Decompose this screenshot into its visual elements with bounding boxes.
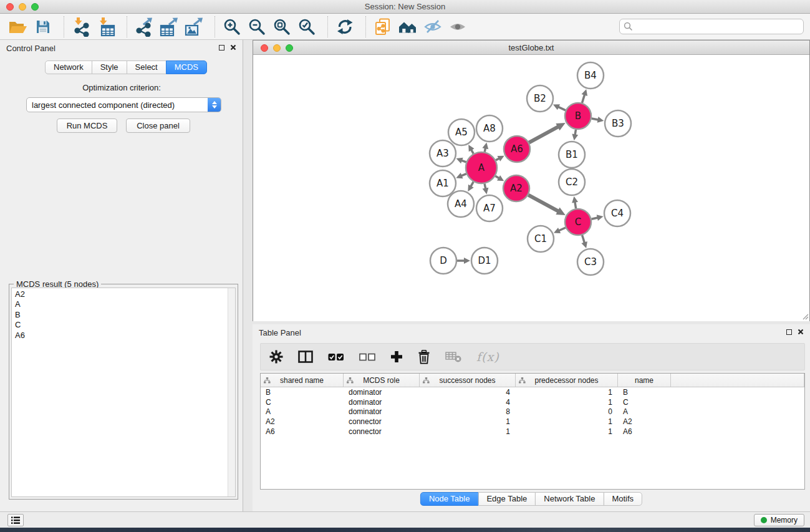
memory-button[interactable]: Memory: [754, 514, 804, 526]
node-A8[interactable]: A8: [476, 115, 503, 142]
network-canvas[interactable]: B4B2BB3A8A5A6A3B1AC2A1A2A4A7C4CC1DD1C3: [253, 56, 809, 321]
node-A3[interactable]: A3: [430, 140, 456, 167]
close-window-button[interactable]: [6, 3, 14, 11]
float-table-panel-icon[interactable]: [786, 329, 792, 335]
show-network-overview-button[interactable]: [397, 16, 418, 37]
edge-A-A3[interactable]: [456, 158, 466, 163]
table-row[interactable]: Cdominator41C: [261, 397, 804, 407]
tab-node-table[interactable]: Node Table: [420, 492, 479, 506]
export-network-button[interactable]: [133, 16, 155, 37]
edge-C-C1[interactable]: [554, 228, 566, 233]
edge-C-C2[interactable]: [572, 196, 578, 209]
search-input[interactable]: [619, 19, 804, 34]
optimization-criterion-select[interactable]: largest connected component (directed): [26, 97, 221, 112]
hide-selected-button[interactable]: [422, 16, 443, 37]
node-B[interactable]: B: [565, 103, 591, 129]
edge-C-C3[interactable]: [581, 235, 587, 248]
table-settings-button[interactable]: [269, 350, 283, 364]
node-A2[interactable]: A2: [503, 175, 529, 201]
delete-columns-button[interactable]: [418, 350, 430, 364]
column-header-successor-nodes[interactable]: successor nodes: [420, 374, 516, 387]
delete-table-button[interactable]: [445, 351, 461, 362]
edge-B-B3[interactable]: [592, 117, 604, 123]
node-D[interactable]: D: [430, 248, 456, 274]
close-network-window-button[interactable]: [261, 44, 268, 52]
edge-D-D1[interactable]: [457, 258, 470, 264]
edge-A-A7[interactable]: [483, 183, 489, 194]
show-all-button[interactable]: [447, 16, 468, 37]
mcds-result-item[interactable]: A: [15, 299, 235, 309]
node-A7[interactable]: A7: [476, 195, 503, 221]
node-C1[interactable]: C1: [528, 226, 554, 252]
mcds-result-item[interactable]: A2: [15, 289, 235, 299]
export-table-button[interactable]: [158, 16, 180, 37]
zoom-window-button[interactable]: [31, 3, 39, 11]
column-header-predecessor-nodes[interactable]: predecessor nodes: [516, 374, 618, 387]
show-columns-button[interactable]: [298, 351, 313, 363]
edge-C-C4[interactable]: [591, 215, 603, 221]
tab-motifs[interactable]: Motifs: [603, 492, 642, 506]
edge-A-A1[interactable]: [456, 173, 466, 178]
table-row[interactable]: Adominator80A: [261, 407, 804, 417]
tab-style[interactable]: Style: [92, 60, 127, 74]
node-A4[interactable]: A4: [448, 191, 474, 217]
select-all-button[interactable]: [328, 352, 344, 362]
edge-A-A4[interactable]: [468, 182, 473, 191]
zoom-in-button[interactable]: [221, 16, 243, 37]
task-history-button[interactable]: [7, 514, 24, 526]
tab-network[interactable]: Network: [45, 60, 92, 74]
close-table-panel-icon[interactable]: [798, 329, 804, 335]
node-C4[interactable]: C4: [604, 200, 630, 226]
edge-A2-C[interactable]: [528, 195, 565, 215]
mcds-result-item[interactable]: B: [15, 310, 235, 320]
zoom-selected-button[interactable]: [296, 16, 317, 37]
edge-A-A5[interactable]: [468, 145, 474, 153]
mcds-result-item[interactable]: C: [15, 320, 235, 330]
edge-A-A2[interactable]: [495, 175, 504, 181]
mcds-result-list[interactable]: A2ABCA6: [11, 288, 236, 497]
new-network-from-selection-button[interactable]: [372, 16, 393, 37]
table-row[interactable]: Bdominator41B: [261, 387, 804, 397]
zoom-out-button[interactable]: [246, 16, 268, 37]
column-header-name[interactable]: name: [618, 374, 671, 387]
node-A[interactable]: A: [466, 152, 497, 183]
table-row[interactable]: A2connector11A2: [261, 417, 804, 427]
edge-B-B4[interactable]: [582, 89, 588, 103]
zoom-fit-button[interactable]: [271, 16, 292, 37]
edge-A-A6[interactable]: [496, 156, 504, 162]
table-row[interactable]: A6connector11A6: [261, 427, 804, 437]
node-B3[interactable]: B3: [605, 110, 631, 137]
run-mcds-button[interactable]: Run MCDS: [57, 118, 117, 133]
node-B2[interactable]: B2: [527, 85, 553, 112]
result-scrollbar[interactable]: [228, 288, 235, 496]
deselect-all-button[interactable]: [359, 352, 375, 362]
minimize-network-window-button[interactable]: [273, 44, 281, 52]
save-session-button[interactable]: [32, 16, 54, 37]
create-column-button[interactable]: [390, 351, 403, 363]
network-window-titlebar[interactable]: testGlobe.txt: [253, 41, 809, 55]
node-A5[interactable]: A5: [448, 119, 475, 145]
column-header-MCDS-role[interactable]: MCDS role: [344, 374, 420, 387]
column-header-shared-name[interactable]: shared name: [261, 374, 344, 387]
tab-edge-table[interactable]: Edge Table: [478, 492, 536, 506]
edge-B-B1[interactable]: [572, 130, 578, 141]
import-network-button[interactable]: [70, 16, 92, 37]
node-D1[interactable]: D1: [471, 248, 498, 274]
node-C2[interactable]: C2: [559, 169, 585, 195]
mcds-result-item[interactable]: A6: [15, 331, 235, 341]
refresh-button[interactable]: [334, 16, 355, 37]
function-builder-button[interactable]: f(x): [476, 350, 499, 364]
node-C[interactable]: C: [565, 209, 591, 235]
edge-B-B2[interactable]: [553, 104, 566, 110]
zoom-network-window-button[interactable]: [286, 44, 293, 52]
tab-mcds[interactable]: MCDS: [166, 60, 207, 74]
minimize-window-button[interactable]: [19, 3, 26, 11]
import-table-button[interactable]: [95, 16, 117, 37]
tab-select[interactable]: Select: [127, 60, 166, 74]
node-A6[interactable]: A6: [504, 136, 530, 162]
float-panel-icon[interactable]: [219, 45, 224, 51]
edge-A6-B[interactable]: [529, 123, 565, 143]
node-B4[interactable]: B4: [577, 62, 604, 89]
resize-grip-icon[interactable]: [802, 313, 809, 320]
node-B1[interactable]: B1: [559, 142, 585, 168]
